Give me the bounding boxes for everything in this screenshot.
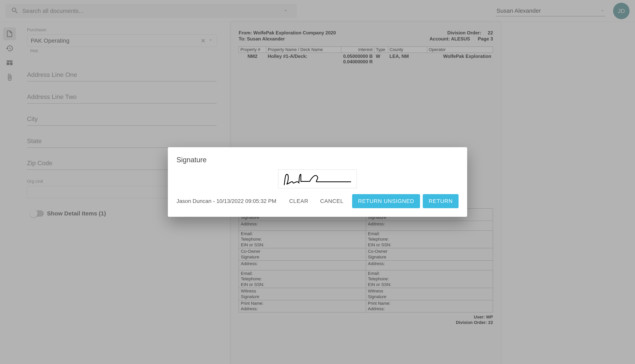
cancel-button[interactable]: CANCEL bbox=[314, 194, 350, 208]
signature-drawing bbox=[282, 172, 353, 186]
modal-title: Signature bbox=[177, 156, 458, 164]
signature-pad[interactable] bbox=[278, 170, 357, 188]
signature-modal: Signature Jason Duncan - 10/13/2022 09:0… bbox=[168, 147, 467, 217]
return-button[interactable]: RETURN bbox=[423, 194, 458, 208]
return-unsigned-button[interactable]: RETURN UNSIGNED bbox=[352, 194, 420, 208]
signature-meta: Jason Duncan - 10/13/2022 09:05:32 PM bbox=[177, 198, 283, 204]
modal-scrim[interactable]: Signature Jason Duncan - 10/13/2022 09:0… bbox=[0, 0, 635, 364]
clear-button[interactable]: CLEAR bbox=[283, 194, 314, 208]
